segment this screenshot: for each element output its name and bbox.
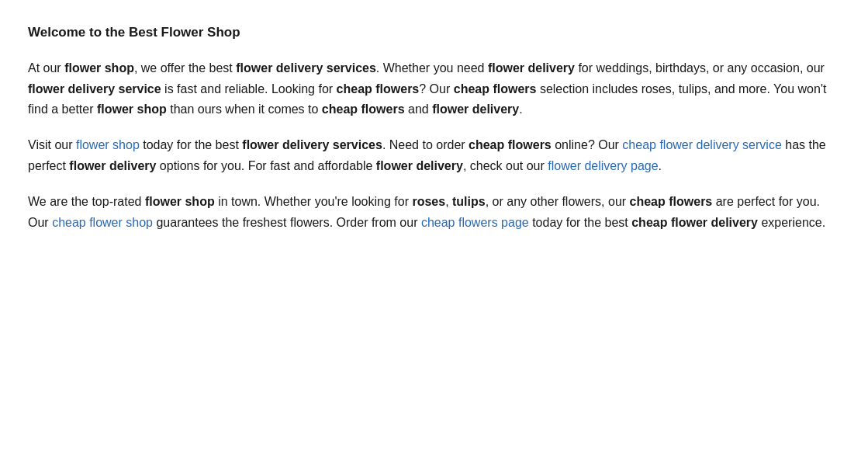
bold-flower-delivery-services-2: flower delivery services	[242, 138, 382, 151]
bold-cheap-flowers-1: cheap flowers	[337, 82, 420, 96]
bold-cheap-flowers-3: cheap flowers	[322, 102, 405, 116]
bold-flower-shop-3: flower shop	[145, 195, 215, 208]
content-area: Welcome to the Best Flower Shop At our f…	[28, 22, 840, 233]
bold-flower-delivery-4: flower delivery	[376, 159, 463, 172]
bold-cheap-flowers-2: cheap flowers	[454, 82, 537, 96]
paragraph-2: Visit our flower shop today for the best…	[28, 135, 840, 176]
bold-flower-shop-1: flower shop	[64, 61, 134, 75]
paragraph-3: We are the top-rated flower shop in town…	[28, 192, 840, 233]
bold-flower-delivery-1: flower delivery	[488, 61, 575, 75]
bold-flower-delivery-2: flower delivery	[432, 102, 519, 116]
cheap-flowers-page-link[interactable]: cheap flowers page	[421, 216, 529, 229]
bold-cheap-flowers-4: cheap flowers	[630, 195, 713, 208]
paragraph-1: At our flower shop, we offer the best fl…	[28, 58, 840, 120]
bold-flower-delivery-3: flower delivery	[69, 159, 156, 172]
bold-cheap-flowers-online: cheap flowers	[469, 138, 552, 151]
cheap-flower-delivery-service-link[interactable]: cheap flower delivery service	[622, 138, 781, 151]
bold-flower-delivery-services-1: flower delivery services	[236, 61, 376, 75]
bold-flower-delivery-service-1: flower delivery service	[28, 82, 161, 96]
flower-shop-link[interactable]: flower shop	[76, 138, 140, 151]
bold-cheap-flower-delivery: cheap flower delivery	[631, 216, 758, 229]
bold-tulips: tulips	[452, 195, 486, 208]
cheap-flower-shop-link[interactable]: cheap flower shop	[52, 216, 153, 229]
bold-flower-shop-2: flower shop	[97, 102, 167, 116]
flower-delivery-page-link[interactable]: flower delivery page	[548, 159, 658, 172]
page-title: Welcome to the Best Flower Shop	[28, 22, 840, 43]
bold-roses: roses	[412, 195, 445, 208]
